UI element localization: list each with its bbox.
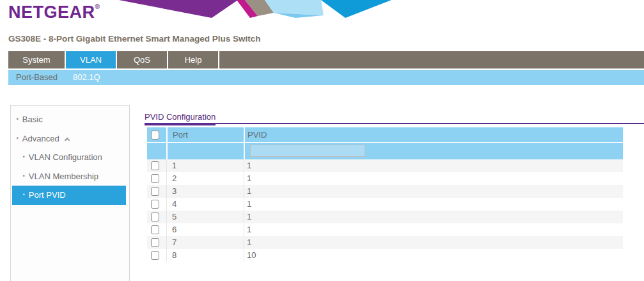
filter-pvid-cell — [244, 143, 623, 159]
sidebar-item-basic[interactable]: ▪Basic — [12, 110, 126, 129]
pvid-cell: 1 — [244, 223, 623, 236]
table-body: 11213141516171810 — [147, 159, 623, 262]
sidebar-item-vlan-membership[interactable]: ▪VLAN Membership — [12, 167, 126, 186]
registered-mark: ® — [95, 3, 100, 10]
sidebar-menu: ▪Basic▪Advanced▪VLAN Configuration▪VLAN … — [10, 105, 130, 281]
table-filter-row — [147, 143, 623, 159]
subnav-item-port-based[interactable]: Port-Based — [8, 70, 65, 85]
port-cell: 4 — [166, 198, 244, 211]
filter-port-cell — [166, 143, 244, 159]
sidebar-item-port-pvid[interactable]: ▪Port PVID — [12, 186, 126, 205]
port-cell: 2 — [166, 172, 244, 185]
row-checkbox[interactable] — [151, 187, 159, 196]
port-column-header: Port — [166, 127, 244, 142]
pvid-filter-input[interactable] — [250, 145, 365, 157]
subnav-item-802-1q[interactable]: 802.1Q — [65, 70, 108, 85]
pvid-cell: 1 — [244, 185, 623, 198]
bullet-icon: ▪ — [23, 191, 25, 197]
table-row[interactable]: 61 — [147, 223, 623, 236]
row-checkbox[interactable] — [151, 213, 159, 221]
row-checkbox-cell — [147, 223, 166, 236]
pvid-table: Port PVID 11213141516171810 — [147, 127, 623, 262]
sidebar-item-advanced[interactable]: ▪Advanced — [12, 129, 126, 149]
select-all-checkbox[interactable] — [151, 131, 159, 140]
bullet-icon: ▪ — [17, 116, 19, 122]
netgear-switch-admin-page: NETGEAR® GS308E - 8-Port Gigabit Etherne… — [0, 0, 644, 281]
pvid-cell: 1 — [244, 211, 623, 223]
row-checkbox-cell — [147, 159, 166, 172]
chevron-up-icon — [64, 138, 69, 143]
row-checkbox-cell — [147, 236, 166, 249]
row-checkbox[interactable] — [151, 225, 159, 234]
port-cell: 7 — [166, 236, 244, 249]
nav-tab-vlan[interactable]: VLAN — [66, 51, 117, 68]
pvid-cell: 1 — [244, 159, 623, 172]
pvid-cell: 1 — [244, 198, 623, 211]
sidebar-item-label: VLAN Configuration — [29, 152, 102, 162]
sub-nav: Port-Based802.1Q — [8, 70, 644, 85]
row-checkbox[interactable] — [151, 200, 159, 209]
nav-tab-system[interactable]: System — [8, 51, 66, 68]
row-checkbox-cell — [147, 172, 166, 185]
netgear-logo-text: NETGEAR — [8, 3, 95, 22]
banner-shape-light-blue-1 — [265, 0, 324, 15]
row-checkbox-cell — [147, 211, 166, 223]
port-cell: 5 — [166, 211, 244, 223]
port-cell: 8 — [166, 249, 244, 262]
sidebar-item-label: Advanced — [22, 134, 59, 143]
sidebar-item-label: VLAN Membership — [29, 172, 98, 181]
pvid-column-header: PVID — [244, 127, 623, 142]
table-row[interactable]: 31 — [147, 185, 623, 198]
pvid-cell: 1 — [244, 236, 623, 249]
page-title: GS308E - 8-Port Gigabit Ethernet Smart M… — [8, 34, 261, 44]
filter-checkbox-cell — [147, 143, 166, 159]
table-row[interactable]: 11 — [147, 159, 623, 172]
row-checkbox-cell — [147, 198, 166, 211]
sidebar-item-label: Port PVID — [29, 190, 66, 200]
table-row[interactable]: 21 — [147, 172, 623, 185]
port-cell: 3 — [166, 185, 244, 198]
row-checkbox[interactable] — [151, 238, 159, 247]
banner-shape-bright-blue — [321, 0, 391, 18]
select-all-cell — [147, 127, 166, 142]
main-nav: SystemVLANQoSHelp — [8, 51, 644, 68]
table-row[interactable]: 51 — [147, 211, 623, 223]
netgear-logo: NETGEAR® — [8, 3, 100, 22]
row-checkbox-cell — [147, 185, 166, 198]
port-cell: 1 — [166, 159, 244, 172]
sidebar-item-vlan-configuration[interactable]: ▪VLAN Configuration — [12, 148, 126, 167]
table-row[interactable]: 71 — [147, 236, 623, 249]
sidebar-item-label: Basic — [22, 115, 43, 124]
table-row[interactable]: 41 — [147, 198, 623, 211]
bullet-icon: ▪ — [17, 135, 19, 141]
table-header-row: Port PVID — [147, 127, 623, 143]
bullet-icon: ▪ — [23, 173, 25, 179]
bullet-icon: ▪ — [23, 154, 25, 159]
port-cell: 6 — [166, 223, 244, 236]
heading-rule — [145, 123, 644, 124]
row-checkbox[interactable] — [151, 251, 159, 260]
pvid-cell: 10 — [244, 249, 623, 262]
table-row[interactable]: 810 — [147, 249, 623, 262]
row-checkbox[interactable] — [151, 161, 159, 170]
row-checkbox[interactable] — [151, 174, 159, 183]
nav-tab-help[interactable]: Help — [168, 51, 219, 68]
banner-shape-purple — [119, 0, 238, 18]
row-checkbox-cell — [147, 249, 166, 262]
pvid-cell: 1 — [244, 172, 623, 185]
nav-tab-qos[interactable]: QoS — [117, 51, 168, 68]
